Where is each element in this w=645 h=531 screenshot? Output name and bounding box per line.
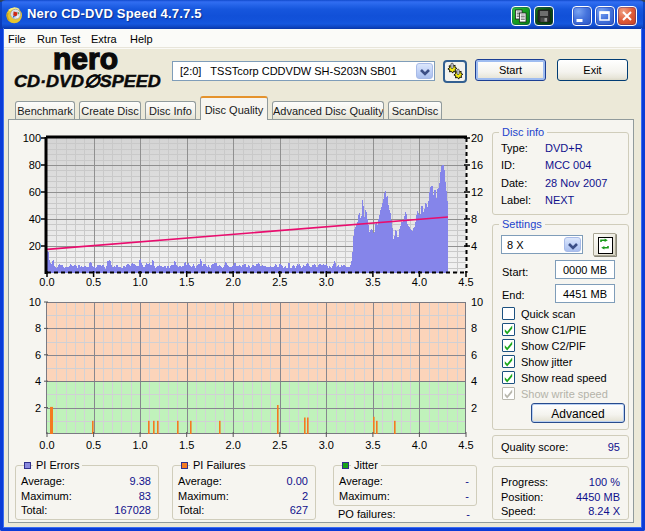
svg-text:4: 4 (471, 375, 477, 387)
svg-text:20: 20 (29, 240, 41, 252)
svg-text:3.0: 3.0 (319, 439, 334, 451)
svg-text:4.5: 4.5 (458, 439, 473, 451)
svg-text:1.0: 1.0 (132, 276, 147, 288)
svg-text:6: 6 (35, 349, 41, 361)
svg-text:1.0: 1.0 (132, 439, 147, 451)
svg-text:1.5: 1.5 (179, 276, 194, 288)
svg-text:4: 4 (35, 375, 41, 387)
svg-text:0.5: 0.5 (86, 276, 101, 288)
svg-text:8: 8 (471, 213, 477, 225)
svg-text:100: 100 (23, 132, 41, 144)
svg-text:2.5: 2.5 (272, 439, 287, 451)
svg-text:20: 20 (471, 132, 483, 144)
svg-text:6: 6 (471, 349, 477, 361)
svg-text:4: 4 (471, 240, 477, 252)
svg-text:10: 10 (471, 296, 483, 308)
svg-text:2: 2 (35, 402, 41, 414)
svg-text:10: 10 (29, 296, 41, 308)
svg-text:3.0: 3.0 (319, 276, 334, 288)
svg-text:3.5: 3.5 (365, 439, 380, 451)
svg-text:1.5: 1.5 (179, 439, 194, 451)
svg-text:3.5: 3.5 (365, 276, 380, 288)
svg-text:12: 12 (471, 186, 483, 198)
svg-text:2.0: 2.0 (226, 276, 241, 288)
svg-text:2.5: 2.5 (272, 276, 287, 288)
svg-text:0.0: 0.0 (39, 439, 54, 451)
svg-text:4.5: 4.5 (458, 276, 473, 288)
svg-text:60: 60 (29, 186, 41, 198)
svg-text:16: 16 (471, 159, 483, 171)
svg-text:8: 8 (35, 322, 41, 334)
svg-text:2: 2 (471, 402, 477, 414)
svg-text:4.0: 4.0 (412, 439, 427, 451)
svg-text:8: 8 (471, 322, 477, 334)
svg-text:4.0: 4.0 (412, 276, 427, 288)
svg-text:40: 40 (29, 213, 41, 225)
svg-text:2.0: 2.0 (226, 439, 241, 451)
svg-text:80: 80 (29, 159, 41, 171)
svg-text:0.0: 0.0 (39, 276, 54, 288)
svg-text:0.5: 0.5 (86, 439, 101, 451)
